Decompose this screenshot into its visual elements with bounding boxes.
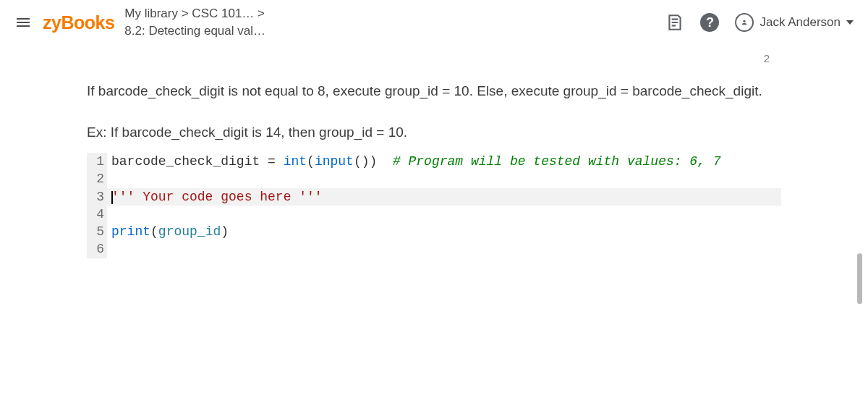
chevron-down-icon <box>846 20 854 25</box>
line-content[interactable] <box>107 170 781 187</box>
code-line[interactable]: 5print(group_id) <box>87 223 781 240</box>
hamburger-menu-icon[interactable] <box>14 14 32 31</box>
code-token: barcode_check_digit <box>111 154 268 169</box>
breadcrumb-line-1: My library > CSC 101… > <box>124 5 665 22</box>
line-number: 3 <box>87 188 107 206</box>
header: zyBooks My library > CSC 101… > 8.2: Det… <box>0 0 868 45</box>
code-token: print <box>111 224 150 239</box>
line-content[interactable] <box>107 240 781 258</box>
code-token: int <box>284 154 307 169</box>
user-name: Jack Anderson <box>760 15 841 30</box>
line-content[interactable]: barcode_check_digit = int(input()) # Pro… <box>107 153 781 170</box>
line-content[interactable]: print(group_id) <box>107 223 781 240</box>
code-line[interactable]: 4 <box>87 206 781 223</box>
code-line[interactable]: 2 <box>87 170 781 187</box>
code-line[interactable]: 6 <box>87 240 781 258</box>
code-token: group_id <box>158 224 221 239</box>
line-content[interactable] <box>107 206 781 223</box>
code-token: ()) <box>354 154 393 169</box>
help-icon[interactable]: ? <box>700 13 719 32</box>
line-number: 2 <box>87 170 107 187</box>
user-avatar-icon <box>735 13 754 32</box>
code-line[interactable]: 3''' Your code goes here ''' <box>87 188 781 206</box>
logo[interactable]: zyBooks <box>43 12 114 33</box>
code-line[interactable]: 1barcode_check_digit = int(input()) # Pr… <box>87 153 781 170</box>
line-number: 5 <box>87 223 107 240</box>
breadcrumb-line-2: 8.2: Detecting equal val… <box>124 22 665 40</box>
code-token: ''' Your code goes here ''' <box>111 190 323 204</box>
header-actions: ? Jack Anderson <box>665 13 854 32</box>
code-token: input <box>315 154 354 169</box>
code-editor[interactable]: 1barcode_check_digit = int(input()) # Pr… <box>87 153 781 258</box>
user-menu[interactable]: Jack Anderson <box>735 13 854 32</box>
line-number: 4 <box>87 206 107 223</box>
notes-icon[interactable] <box>665 13 684 32</box>
page-indicator: 2 <box>764 52 770 64</box>
code-token: ( <box>307 154 315 169</box>
code-token: ( <box>150 224 158 239</box>
code-token: = <box>268 154 284 169</box>
code-token: # Program will be tested with values: 6,… <box>393 154 721 169</box>
content: If barcode_check_digit is not equal to 8… <box>0 45 868 273</box>
line-content[interactable]: ''' Your code goes here ''' <box>107 188 781 206</box>
line-number: 1 <box>87 153 107 170</box>
code-token: ) <box>221 224 229 239</box>
breadcrumb[interactable]: My library > CSC 101… > 8.2: Detecting e… <box>124 5 665 40</box>
example-text: Ex: If barcode_check_digit is 14, then g… <box>87 122 781 143</box>
line-number: 6 <box>87 240 107 258</box>
instruction-text: If barcode_check_digit is not equal to 8… <box>87 81 781 102</box>
svg-point-0 <box>744 20 746 22</box>
scrollbar[interactable] <box>857 253 862 304</box>
